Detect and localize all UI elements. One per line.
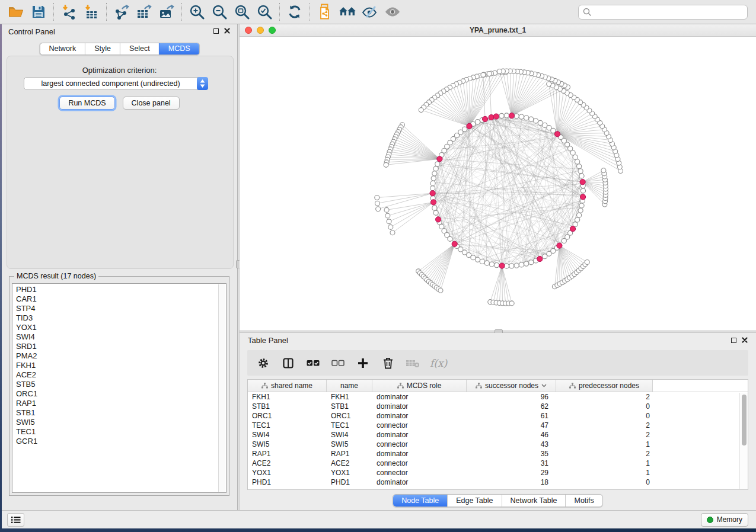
mcds-result-item[interactable]: SWI4: [16, 332, 226, 342]
tab-edge-table[interactable]: Edge Table: [447, 495, 501, 507]
memory-label: Memory: [717, 515, 742, 524]
table-scrollbar[interactable]: [739, 393, 748, 489]
delete-table-button[interactable]: [405, 355, 420, 371]
delete-column-button[interactable]: [380, 355, 395, 371]
scrollbar-thumb[interactable]: [742, 395, 747, 446]
save-session-button[interactable]: [27, 2, 50, 22]
mcds-result-item[interactable]: YOX1: [16, 323, 226, 332]
import-network-button[interactable]: [58, 2, 80, 22]
zoom-fit-button[interactable]: [231, 2, 253, 22]
function-builder-button[interactable]: f(x): [430, 357, 447, 369]
mcds-result-item[interactable]: CAR1: [16, 294, 226, 304]
table-cell: dominator: [372, 478, 467, 486]
column-header-name[interactable]: name: [327, 380, 372, 392]
mcds-result-item[interactable]: FKH1: [16, 361, 226, 370]
mcds-result-list[interactable]: PHD1CAR1STP4TID3YOX1SWI4SRD1PMA2FKH1ACE2…: [12, 283, 227, 493]
table-row[interactable]: SWI4SWI4dominator462: [248, 430, 748, 440]
mcds-result-item[interactable]: STP4: [16, 304, 226, 313]
mcds-result-item[interactable]: TID3: [16, 313, 226, 323]
network-canvas[interactable]: [240, 37, 756, 331]
run-mcds-button[interactable]: Run MCDS: [59, 97, 114, 110]
export-image-button[interactable]: [155, 2, 178, 22]
table-row[interactable]: TEC1TEC1connector472: [248, 421, 748, 430]
minimize-window-button[interactable]: [257, 27, 264, 34]
table-row[interactable]: YOX1YOX1connector291: [248, 468, 748, 477]
table-cell: TEC1: [327, 421, 372, 430]
houses-icon: [339, 5, 356, 19]
export-table-button[interactable]: [133, 2, 155, 22]
task-history-button[interactable]: [7, 513, 24, 527]
control-panel-title: Control Panel: [8, 27, 55, 36]
table-cell: connector: [372, 440, 467, 448]
tab-style[interactable]: Style: [85, 43, 120, 55]
mcds-result-item[interactable]: PHD1: [16, 285, 226, 294]
columns-icon: [283, 358, 294, 368]
close-panel-button[interactable]: Close panel: [123, 97, 180, 110]
mcds-result-item[interactable]: PMA2: [16, 351, 226, 361]
tab-node-table[interactable]: Node Table: [393, 495, 447, 507]
main-area: Control Panel Network Style Select MCDS …: [2, 24, 756, 510]
column-header-predecessor-nodes[interactable]: predecessor nodes: [556, 380, 653, 392]
column-header-mcds-role[interactable]: MCDS role: [372, 380, 467, 392]
table-cell: YOX1: [248, 469, 327, 477]
table-cell: ACE2: [327, 459, 372, 467]
export-network-button[interactable]: [110, 2, 133, 22]
column-header-successor-nodes[interactable]: successor nodes: [467, 380, 556, 392]
show-columns-button[interactable]: [280, 355, 296, 371]
search-input[interactable]: [578, 5, 748, 20]
mcds-result-item[interactable]: ORC1: [16, 389, 226, 399]
criterion-dropdown[interactable]: largest connected component (undirected): [24, 77, 208, 90]
tab-mcds[interactable]: MCDS: [159, 43, 199, 55]
table-cell: 18: [467, 478, 556, 486]
float-panel-icon[interactable]: [731, 338, 736, 343]
mcds-result-item[interactable]: RAP1: [16, 399, 226, 408]
table-cell: RAP1: [327, 450, 372, 458]
tab-network[interactable]: Network: [40, 43, 85, 55]
network-graph[interactable]: [240, 37, 756, 331]
zoom-in-button[interactable]: [186, 2, 208, 22]
maximize-window-button[interactable]: [269, 27, 276, 34]
network-window-titlebar[interactable]: YPA_prune.txt_1: [240, 24, 756, 37]
first-neighbors-button[interactable]: [336, 2, 359, 22]
table-row[interactable]: SWI5SWI5connector431: [248, 440, 748, 449]
table-body: FKH1FKH1dominator962STB1STB1dominator620…: [248, 392, 748, 487]
table-row[interactable]: STB1STB1dominator620: [248, 402, 748, 411]
deselect-all-columns-button[interactable]: [330, 355, 346, 371]
hide-selected-button[interactable]: [359, 2, 381, 22]
mcds-result-item[interactable]: SWI5: [16, 418, 226, 427]
clone-network-button[interactable]: [314, 2, 336, 22]
table-row[interactable]: RAP1RAP1dominator352: [248, 449, 748, 459]
mcds-result-item[interactable]: STB5: [16, 380, 226, 389]
mcds-result-item[interactable]: STB1: [16, 408, 226, 418]
mcds-result-item[interactable]: GCR1: [16, 437, 226, 446]
tab-select[interactable]: Select: [120, 43, 159, 55]
refresh-button[interactable]: [283, 2, 306, 22]
close-window-button[interactable]: [245, 27, 252, 34]
mcds-result-item[interactable]: TEC1: [16, 427, 226, 437]
close-panel-icon[interactable]: [742, 337, 748, 343]
column-header-shared-name[interactable]: shared name: [248, 380, 327, 392]
table-row[interactable]: FKH1FKH1dominator962: [248, 392, 748, 402]
table-settings-button[interactable]: [256, 355, 271, 371]
create-column-button[interactable]: [355, 355, 371, 371]
table-cell: 0: [556, 412, 653, 420]
tab-network-table[interactable]: Network Table: [502, 495, 566, 507]
export-image-icon: [158, 4, 175, 20]
table-cell: dominator: [372, 402, 467, 411]
zoom-out-button[interactable]: [208, 2, 231, 22]
table-row[interactable]: ACE2ACE2connector311: [248, 459, 748, 468]
tab-motifs[interactable]: Motifs: [565, 495, 602, 507]
table-row[interactable]: ORC1ORC1dominator610: [248, 411, 748, 421]
show-all-button[interactable]: [381, 2, 404, 22]
float-panel-icon[interactable]: [213, 28, 219, 34]
open-file-button[interactable]: [5, 2, 27, 22]
zoom-selected-button[interactable]: [253, 2, 276, 22]
mcds-result-item[interactable]: ACE2: [16, 370, 226, 380]
select-all-columns-button[interactable]: [305, 355, 321, 371]
import-table-button[interactable]: [80, 2, 103, 22]
memory-button[interactable]: Memory: [701, 513, 748, 527]
close-panel-icon[interactable]: [224, 28, 230, 34]
table-row[interactable]: PHD1PHD1dominator180: [248, 477, 748, 487]
mcds-result-item[interactable]: SRD1: [16, 342, 226, 351]
list-scrollbar[interactable]: [218, 284, 225, 492]
